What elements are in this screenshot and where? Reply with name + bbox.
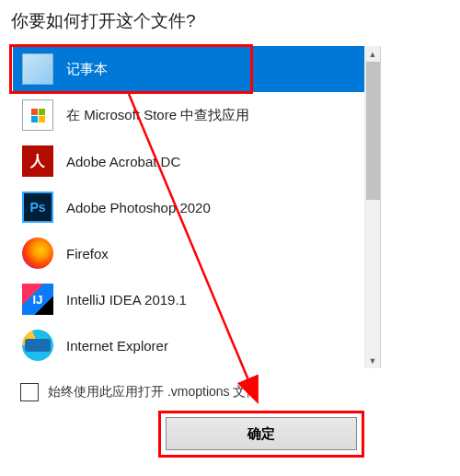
always-use-checkbox[interactable] bbox=[20, 383, 39, 401]
scrollbar-thumb[interactable] bbox=[366, 62, 380, 200]
acrobat-icon: 人 bbox=[22, 145, 53, 177]
firefox-icon bbox=[22, 238, 53, 269]
app-label: 在 Microsoft Store 中查找应用 bbox=[66, 107, 249, 124]
scrollbar[interactable]: ▲ ▼ bbox=[364, 46, 380, 368]
always-use-row[interactable]: 始终使用此应用打开 .vmoptions 文件 bbox=[20, 383, 460, 401]
store-icon bbox=[22, 99, 53, 131]
ok-button-label: 确定 bbox=[247, 425, 275, 443]
app-item-notepad[interactable]: 记事本 bbox=[13, 46, 380, 92]
scrollbar-down-icon[interactable]: ▼ bbox=[365, 353, 380, 368]
app-label: Firefox bbox=[66, 246, 109, 261]
app-item-acrobat[interactable]: 人 Adobe Acrobat DC bbox=[13, 138, 380, 184]
always-use-label: 始终使用此应用打开 .vmoptions 文件 bbox=[48, 384, 259, 401]
app-label: IntelliJ IDEA 2019.1 bbox=[66, 292, 187, 308]
app-item-firefox[interactable]: Firefox bbox=[13, 230, 380, 276]
app-item-photoshop[interactable]: Ps Adobe Photoshop 2020 bbox=[13, 184, 380, 230]
app-item-store[interactable]: 在 Microsoft Store 中查找应用 bbox=[13, 92, 380, 138]
app-list: 记事本 在 Microsoft Store 中查找应用 人 Adobe Acro… bbox=[13, 46, 381, 368]
app-label: Internet Explorer bbox=[66, 338, 168, 354]
notepad-icon bbox=[22, 53, 53, 85]
app-item-ie[interactable]: Internet Explorer bbox=[13, 322, 380, 368]
ie-icon bbox=[22, 330, 53, 361]
app-item-intellij[interactable]: IJ IntelliJ IDEA 2019.1 bbox=[13, 276, 380, 322]
ok-button[interactable]: 确定 bbox=[166, 417, 357, 450]
app-label: 记事本 bbox=[66, 61, 108, 78]
app-label: Adobe Acrobat DC bbox=[66, 154, 180, 169]
app-label: Adobe Photoshop 2020 bbox=[66, 200, 211, 215]
photoshop-icon: Ps bbox=[22, 192, 53, 223]
scrollbar-up-icon[interactable]: ▲ bbox=[365, 46, 380, 62]
dialog-title: 你要如何打开这个文件? bbox=[0, 0, 460, 46]
intellij-icon: IJ bbox=[22, 284, 53, 315]
